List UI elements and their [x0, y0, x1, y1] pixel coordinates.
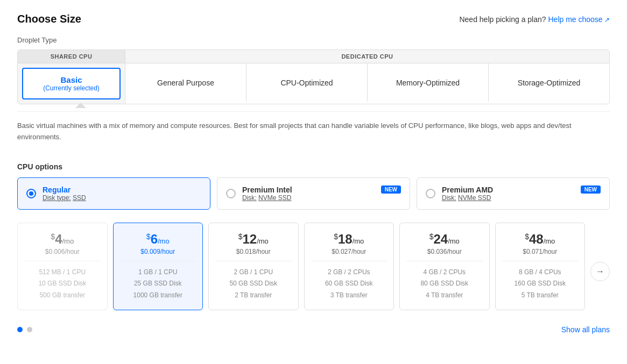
shared-cpu-header: SHARED CPU — [18, 50, 125, 63]
plan-12[interactable]: $12/mo $0.018/hour 2 GB / 1 CPU 50 GB SS… — [208, 223, 299, 311]
radio-regular — [26, 189, 36, 198]
plan-12-specs: 2 GB / 1 CPU 50 GB SSD Disk 2 TB transfe… — [215, 267, 292, 302]
dot-2[interactable] — [27, 327, 32, 332]
cpu-regular-sub: Disk type: SSD — [43, 194, 86, 202]
cpu-option-premium-amd[interactable]: Premium AMD Disk: NVMe SSD NEW — [417, 177, 610, 210]
scroll-right-button[interactable]: → — [590, 262, 610, 281]
cpu-option-regular[interactable]: Regular Disk type: SSD — [17, 177, 210, 210]
radio-premium-amd — [426, 189, 435, 198]
cpu-option-premium-intel-info: Premium Intel Disk: NVMe SSD — [242, 185, 292, 202]
cpu-premium-intel-name: Premium Intel — [242, 185, 292, 194]
plan-6[interactable]: $6/mo $0.009/hour 1 GB / 1 CPU 25 GB SSD… — [113, 223, 203, 311]
description-text: Basic virtual machines with a mix of mem… — [17, 111, 610, 152]
arrow-indicator — [17, 104, 610, 109]
basic-option[interactable]: Basic (Currently selected) — [22, 68, 121, 99]
basic-label: Basic — [30, 75, 113, 84]
cpu-regular-name: Regular — [43, 185, 86, 194]
plan-18-per-hour: $0.027/hour — [311, 248, 388, 255]
cpu-options-label: CPU options — [17, 162, 610, 171]
shared-cpu-tab[interactable]: SHARED CPU Basic (Currently selected) — [18, 50, 125, 104]
cpu-premium-intel-sub: Disk: NVMe SSD — [242, 194, 292, 202]
cpu-premium-amd-sub: Disk: NVMe SSD — [442, 194, 493, 202]
radio-premium-intel — [226, 189, 236, 198]
plan-12-per-hour: $0.018/hour — [215, 248, 292, 255]
plan-4[interactable]: $4/mo $0.006/hour 512 MB / 1 CPU 10 GB S… — [17, 223, 108, 311]
general-purpose-option[interactable]: General Purpose — [125, 63, 246, 102]
plan-4-price: $4/mo — [24, 232, 101, 247]
help-text-label: Need help picking a plan? — [459, 15, 546, 24]
cpu-option-regular-info: Regular Disk type: SSD — [43, 185, 86, 202]
plan-48[interactable]: $48/mo $0.071/hour 8 GB / 4 CPUs 160 GB … — [495, 223, 586, 311]
dedicated-cpu-tab: DEDICATED CPU General Purpose CPU-Optimi… — [125, 50, 609, 104]
new-badge-intel: NEW — [381, 185, 401, 194]
memory-optimized-option[interactable]: Memory-Optimized — [368, 63, 489, 102]
plan-24-per-hour: $0.036/hour — [406, 248, 483, 255]
plan-48-price: $48/mo — [502, 232, 579, 247]
cpu-options-row: Regular Disk type: SSD Premium Intel Dis… — [17, 177, 610, 210]
cpu-premium-amd-name: Premium AMD — [442, 185, 493, 194]
plan-24[interactable]: $24/mo $0.036/hour 4 GB / 2 CPUs 80 GB S… — [399, 223, 490, 311]
plan-18-specs: 2 GB / 2 CPUs 60 GB SSD Disk 3 TB transf… — [311, 267, 388, 302]
plan-4-per-hour: $0.006/hour — [24, 248, 101, 255]
cpu-optimized-option[interactable]: CPU-Optimized — [246, 63, 368, 102]
cpu-option-premium-intel[interactable]: Premium Intel Disk: NVMe SSD NEW — [217, 177, 410, 210]
plan-24-price: $24/mo — [406, 232, 483, 247]
help-me-choose-link[interactable]: Help me choose — [548, 15, 610, 24]
footer: Show all plans — [17, 325, 610, 334]
storage-optimized-option[interactable]: Storage-Optimized — [489, 63, 609, 102]
cpu-option-premium-amd-info: Premium AMD Disk: NVMe SSD — [442, 185, 493, 202]
plan-18-price: $18/mo — [311, 232, 388, 247]
plan-4-specs: 512 MB / 1 CPU 10 GB SSD Disk 500 GB tra… — [24, 267, 101, 302]
plan-12-price: $12/mo — [215, 232, 292, 247]
droplet-type-tabs: SHARED CPU Basic (Currently selected) DE… — [17, 49, 610, 104]
show-all-plans-link[interactable]: Show all plans — [561, 325, 610, 334]
dedicated-cpu-header: DEDICATED CPU — [125, 50, 609, 63]
plan-48-specs: 8 GB / 4 CPUs 160 GB SSD Disk 5 TB trans… — [502, 267, 579, 302]
page-dots — [17, 327, 32, 332]
plan-6-specs: 1 GB / 1 CPU 25 GB SSD Disk 1000 GB tran… — [120, 267, 196, 302]
plan-24-specs: 4 GB / 2 CPUs 80 GB SSD Disk 4 TB transf… — [406, 267, 483, 302]
plan-6-per-hour: $0.009/hour — [120, 248, 196, 255]
basic-sublabel: (Currently selected) — [30, 84, 113, 92]
pricing-cards-row: $4/mo $0.006/hour 512 MB / 1 CPU 10 GB S… — [17, 223, 585, 311]
plan-48-per-hour: $0.071/hour — [502, 248, 579, 255]
dedicated-cpu-options: General Purpose CPU-Optimized Memory-Opt… — [125, 63, 609, 102]
plan-6-price: $6/mo — [120, 232, 196, 247]
dot-1[interactable] — [17, 327, 23, 332]
plan-18[interactable]: $18/mo $0.027/hour 2 GB / 2 CPUs 60 GB S… — [304, 223, 394, 311]
help-text: Need help picking a plan? Help me choose — [459, 15, 610, 24]
page-title: Choose Size — [17, 13, 81, 25]
pricing-section: $4/mo $0.006/hour 512 MB / 1 CPU 10 GB S… — [17, 223, 610, 322]
new-badge-amd: NEW — [581, 185, 601, 194]
droplet-type-label: Droplet Type — [17, 36, 610, 44]
